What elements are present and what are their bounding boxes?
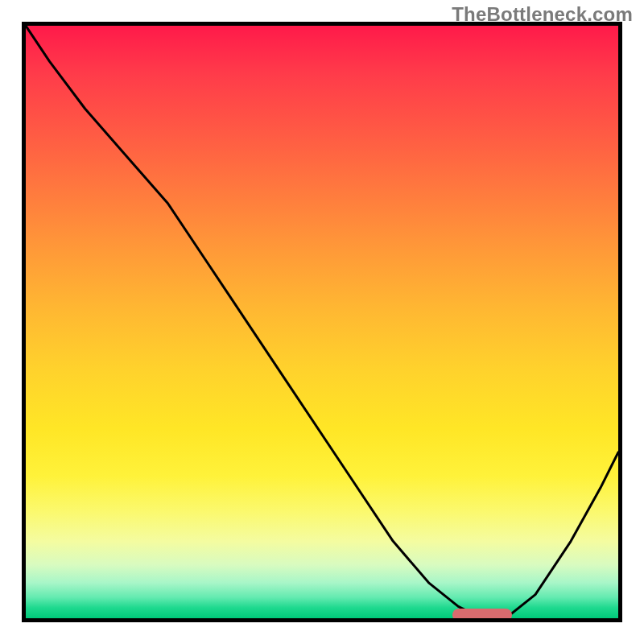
bottleneck-curve bbox=[26, 26, 618, 618]
plot-area bbox=[22, 22, 622, 622]
chart-container: TheBottleneck.com bbox=[0, 0, 644, 644]
optimum-marker bbox=[452, 609, 512, 621]
